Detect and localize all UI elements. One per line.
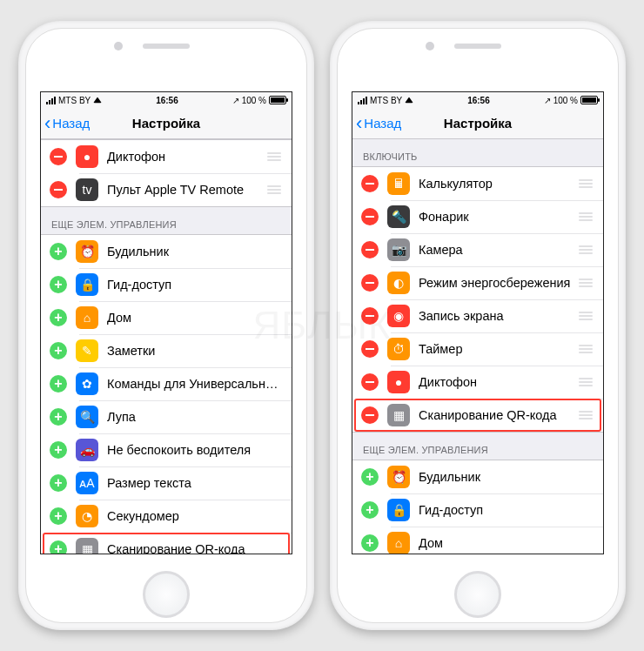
list-row[interactable]: ●Диктофон (41, 140, 292, 173)
remove-button[interactable] (361, 274, 379, 292)
table-group: 🖩Калькулятор🔦Фонарик📷Камера◐Режим энерго… (352, 166, 603, 433)
add-button[interactable]: + (50, 474, 67, 492)
drag-handle-icon[interactable] (577, 345, 594, 353)
row-label: Не беспокоить водителя (107, 443, 283, 457)
row-label: Дом (107, 311, 283, 325)
list-row[interactable]: +✎Заметки (41, 334, 292, 367)
add-button[interactable]: + (50, 408, 67, 426)
list-row[interactable]: ◐Режим энергосбережения (352, 266, 603, 299)
list-row[interactable]: +🔒Гид-доступ (352, 493, 603, 527)
wifi-icon (93, 97, 102, 103)
status-bar: MTS BY 16:56 ↗100 % (352, 92, 603, 108)
add-button[interactable]: + (361, 501, 379, 519)
list-row[interactable]: +🚗Не беспокоить водителя (41, 433, 292, 466)
app-icon: tv (76, 178, 98, 201)
drag-handle-icon[interactable] (577, 312, 594, 320)
section-header: ЕЩЕ ЭЛЕМ. УПРАВЛЕНИЯ (352, 433, 603, 460)
home-button[interactable] (143, 571, 190, 618)
app-icon: ● (76, 145, 98, 168)
section-header: ВКЛЮЧИТЬ (352, 139, 603, 166)
drag-handle-icon[interactable] (577, 179, 594, 188)
list-row[interactable]: +⌂Дом (352, 527, 603, 554)
drag-handle-icon[interactable] (577, 279, 594, 287)
list-row[interactable]: 🔦Фонарик (352, 200, 603, 233)
remove-button[interactable] (361, 340, 379, 358)
remove-button[interactable] (50, 181, 67, 198)
chevron-left-icon: ‹ (44, 114, 50, 133)
status-time: 16:56 (467, 96, 490, 105)
list-row[interactable]: 📷Камера (352, 233, 603, 266)
app-icon: 🔍 (76, 406, 98, 428)
add-button[interactable]: + (50, 243, 67, 260)
app-icon: 🚗 (76, 439, 98, 461)
list-row[interactable]: +ᴀAРазмер текста (41, 466, 292, 500)
section-header: ЕЩЕ ЭЛЕМ. УПРАВЛЕНИЯ (41, 207, 292, 234)
drag-handle-icon[interactable] (577, 411, 594, 419)
remove-button[interactable] (361, 208, 379, 225)
list-row[interactable]: +✿Команды для Универсального дост… (41, 367, 292, 400)
row-label: Команды для Универсального дост… (107, 377, 283, 391)
drag-handle-icon[interactable] (577, 212, 594, 221)
nav-bar: ‹Назад Настройка (352, 108, 603, 139)
app-icon: 📷 (387, 238, 410, 261)
list-row[interactable]: +🔍Лупа (41, 400, 292, 433)
drag-handle-icon[interactable] (265, 185, 283, 194)
app-icon: ✿ (76, 372, 98, 395)
row-label: Пульт Apple TV Remote (107, 183, 265, 197)
add-button[interactable]: + (50, 276, 67, 293)
app-icon: ▦ (387, 404, 410, 426)
app-icon: ◔ (76, 505, 98, 527)
list-row[interactable]: +⏰Будильник (352, 460, 603, 493)
remove-button[interactable] (361, 373, 379, 391)
drag-handle-icon[interactable] (577, 378, 594, 386)
remove-button[interactable] (361, 307, 379, 325)
row-label: Лупа (107, 410, 283, 424)
back-button[interactable]: ‹Назад (41, 114, 90, 133)
add-button[interactable]: + (361, 468, 379, 486)
add-button[interactable]: + (50, 309, 67, 326)
signal-icon (46, 97, 56, 104)
list-row[interactable]: 🖩Калькулятор (352, 167, 603, 200)
remove-button[interactable] (50, 148, 67, 165)
list-row[interactable]: ⏱Таймер (352, 332, 603, 366)
remove-button[interactable] (361, 175, 379, 192)
row-label: Фонарик (419, 210, 577, 224)
list-row[interactable]: +⏰Будильник (41, 235, 292, 268)
status-bar: MTS BY 16:56 ↗100 % (41, 92, 292, 108)
add-button[interactable]: + (50, 507, 67, 525)
home-button[interactable] (454, 571, 501, 618)
remove-button[interactable] (361, 406, 379, 424)
add-button[interactable]: + (361, 534, 379, 552)
add-button[interactable]: + (50, 342, 67, 359)
app-icon: 🔒 (76, 273, 98, 296)
app-icon: ● (387, 371, 410, 393)
table-group: ●ДиктофонtvПульт Apple TV Remote (41, 139, 292, 207)
list-row[interactable]: ●Диктофон (352, 366, 603, 399)
drag-handle-icon[interactable] (265, 152, 283, 161)
list-row[interactable]: +🔒Гид-доступ (41, 268, 292, 301)
back-button[interactable]: ‹Назад (352, 114, 401, 133)
drag-handle-icon[interactable] (577, 245, 594, 254)
add-button[interactable]: + (50, 441, 67, 459)
phone-left: MTS BY 16:56 ↗100 % ‹Назад Настройка ●Ди… (18, 21, 314, 630)
add-button[interactable]: + (50, 540, 67, 554)
row-label: Калькулятор (419, 177, 577, 191)
list-row[interactable]: ▦Сканирование QR-кода (352, 399, 603, 432)
row-label: Камера (419, 243, 577, 257)
app-icon: ⏰ (387, 466, 410, 488)
list-row[interactable]: +⌂Дом (41, 301, 292, 334)
list-row[interactable]: ◉Запись экрана (352, 299, 603, 332)
app-icon: ⏱ (387, 338, 410, 360)
add-button[interactable]: + (50, 375, 67, 393)
app-icon: ◉ (387, 305, 410, 327)
list-row[interactable]: +▦Сканирование QR-кода (41, 533, 292, 554)
list-row[interactable]: +◔Секундомер (41, 500, 292, 533)
row-label: Размер текста (107, 476, 283, 490)
location-icon: ↗ (544, 96, 551, 105)
list-row[interactable]: tvПульт Apple TV Remote (41, 173, 292, 206)
app-icon: 🔒 (387, 499, 410, 521)
remove-button[interactable] (361, 241, 379, 258)
app-icon: ⌂ (387, 532, 410, 554)
signal-icon (358, 97, 367, 104)
battery-icon (580, 96, 598, 104)
